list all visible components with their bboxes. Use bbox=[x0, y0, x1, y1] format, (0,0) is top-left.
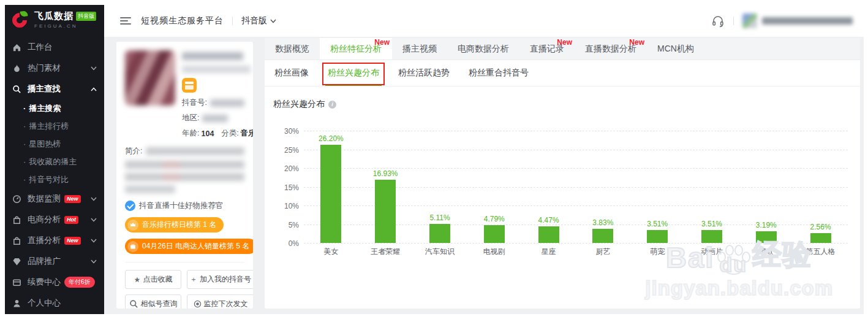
bag-icon bbox=[12, 236, 22, 245]
home-icon bbox=[12, 42, 22, 52]
sidebar-subitem-my-favorite-streamers[interactable]: 我收藏的播主 bbox=[5, 153, 104, 171]
user-icon bbox=[12, 298, 22, 308]
sidebar-item-label: 电商分析 bbox=[28, 214, 61, 225]
chevron-down-icon bbox=[91, 239, 97, 243]
bar-column[interactable]: 3.83% bbox=[576, 131, 630, 243]
new-flag: New bbox=[374, 39, 390, 46]
monitor-icon bbox=[12, 194, 22, 204]
info-icon[interactable] bbox=[328, 101, 336, 109]
tab-live-records[interactable]: 直播记录New bbox=[519, 38, 575, 60]
sidebar-item-data-monitor[interactable]: 数据监测New bbox=[5, 188, 104, 209]
subtab-label: 粉丝活跃趋势 bbox=[398, 67, 450, 79]
sidebar-item-label: 播主查找 bbox=[28, 83, 61, 94]
tab-ecommerce-data-analysis[interactable]: 电商数据分析 bbox=[447, 38, 519, 60]
tab-live-data-analysis[interactable]: 直播数据分析New bbox=[575, 38, 647, 60]
sidebar-subitem-douyin-compare[interactable]: 抖音号对比 bbox=[5, 171, 104, 188]
streamer-avatar-blurred bbox=[125, 50, 175, 106]
favorite-button[interactable]: 点击收藏 bbox=[125, 270, 181, 289]
bar-column[interactable]: 3.51% bbox=[630, 131, 685, 243]
tab-streamer-videos[interactable]: 播主视频 bbox=[392, 38, 447, 60]
analysis-panel: 数据概览粉丝特征分析New播主视频电商数据分析直播记录New直播数据分析NewM… bbox=[265, 38, 860, 309]
active-underline bbox=[325, 84, 382, 86]
tab-mcn-agency[interactable]: MCN机构 bbox=[647, 38, 704, 60]
music-rank-badge[interactable]: 音乐排行榜日榜第 1 名 bbox=[125, 217, 224, 233]
search-icon bbox=[129, 299, 138, 309]
bars-layer: 26.20%16.93%5.11%4.79%4.47%3.83%3.51%3.5… bbox=[304, 131, 848, 243]
sidebar-item-workbench[interactable]: 工作台 bbox=[5, 37, 104, 58]
member-card-icon bbox=[182, 78, 197, 93]
sidebar-subitem-label: 我收藏的播主 bbox=[29, 156, 77, 167]
button-label: 点击收藏 bbox=[143, 274, 172, 285]
subtab-fan-overlap-douyin[interactable]: 粉丝重合抖音号 bbox=[467, 60, 530, 86]
bar-column[interactable]: 3.19% bbox=[739, 131, 793, 243]
sidebar-item-label: 工作台 bbox=[28, 42, 53, 53]
verified-check-icon bbox=[125, 201, 135, 211]
button-label: 加入我的抖音号 bbox=[200, 274, 251, 285]
x-axis-category-label: 王者荣耀 bbox=[358, 247, 413, 257]
sidebar-item-label: 热门素材 bbox=[28, 63, 61, 74]
category-label: 分类: bbox=[221, 128, 238, 139]
bar-column[interactable]: 4.47% bbox=[521, 131, 576, 243]
bar bbox=[592, 229, 613, 243]
sidebar-item-streamer-find[interactable]: 播主查找 bbox=[5, 79, 104, 99]
user-name-blurred[interactable] bbox=[762, 17, 853, 25]
bio-section: 简介: bbox=[125, 146, 244, 193]
sidebar-item-ecommerce-analysis[interactable]: 电商分析Hot bbox=[5, 209, 104, 230]
sidebar-item-hot-material[interactable]: 热门素材 bbox=[5, 58, 104, 79]
bar-value-label: 4.47% bbox=[538, 216, 559, 225]
sidebar-subitem-streamer-ranking[interactable]: 播主排行榜 bbox=[5, 117, 104, 135]
collapse-menu-icon[interactable] bbox=[120, 15, 131, 26]
bar-column[interactable]: 26.20% bbox=[304, 131, 358, 243]
tab-fan-feature-analysis[interactable]: 粉丝特征分析New bbox=[320, 38, 392, 60]
region-blurred bbox=[202, 115, 228, 122]
sidebar-subitem-streamer-search[interactable]: 播主搜索 bbox=[5, 99, 104, 117]
add-my-douyin-button[interactable]: 加入我的抖音号 bbox=[187, 270, 253, 289]
bio-blurred bbox=[146, 147, 244, 155]
douyin-id-blurred bbox=[210, 99, 244, 107]
profile-actions: 点击收藏加入我的抖音号相似号查询监控下次发文 bbox=[125, 270, 244, 309]
sidebar-subitem-label: 抖音号对比 bbox=[29, 174, 69, 185]
chevron-down-icon bbox=[91, 259, 97, 264]
sidebar-item-label: 个人中心 bbox=[28, 298, 61, 309]
sidebar-item-personal-center[interactable]: 个人中心 bbox=[5, 293, 104, 313]
sidebar-subitem-label: 星图热榜 bbox=[29, 139, 61, 150]
bar-column[interactable]: 4.79% bbox=[467, 131, 521, 243]
sidebar-item-live-analysis[interactable]: 直播分析New bbox=[5, 230, 104, 251]
x-axis-category-label: 汽车知识 bbox=[413, 247, 467, 257]
sidebar-item-label: 品牌推广 bbox=[28, 256, 61, 267]
tab-label: 电商数据分析 bbox=[458, 44, 509, 55]
similar-account-button[interactable]: 相似号查询 bbox=[125, 294, 181, 309]
bar-chart-categories: 美女王者荣耀汽车知识电视剧星座厨艺萌宠动画片唱歌第五人格 bbox=[304, 247, 848, 257]
edition-dropdown[interactable]: 抖音版 bbox=[241, 15, 276, 26]
brand-edition-badge: 抖音版 bbox=[76, 12, 96, 21]
subtab-fan-active-trend[interactable]: 粉丝活跃趋势 bbox=[397, 60, 451, 86]
bar-column[interactable]: 3.51% bbox=[685, 131, 739, 243]
x-axis-category-label: 电视剧 bbox=[467, 247, 521, 257]
new-badge: New bbox=[64, 237, 81, 245]
bar-column[interactable]: 5.11% bbox=[413, 131, 467, 243]
new-flag: New bbox=[557, 39, 572, 46]
subtab-fan-portrait[interactable]: 粉丝画像 bbox=[273, 60, 310, 86]
headset-icon[interactable] bbox=[711, 14, 725, 28]
gem-icon bbox=[12, 256, 22, 266]
bar bbox=[320, 145, 341, 243]
bar-value-label: 3.19% bbox=[756, 221, 777, 229]
category-value: 音乐 bbox=[241, 128, 253, 139]
monitor-next-post-button[interactable]: 监控下次发文 bbox=[187, 294, 253, 309]
sidebar-item-renewal-center[interactable]: 续费中心年付6折 bbox=[5, 272, 104, 293]
bar-value-label: 3.51% bbox=[647, 220, 668, 228]
bar-column[interactable]: 2.56% bbox=[793, 131, 848, 243]
brand-logo[interactable]: 飞瓜数据 抖音版 FEIGUA.CN bbox=[5, 5, 104, 34]
bar-value-label: 26.20% bbox=[319, 134, 344, 143]
sales-rank-badge[interactable]: 04月26日 电商达人销量榜第 5 名 bbox=[125, 239, 253, 254]
tab-data-overview[interactable]: 数据概览 bbox=[265, 38, 320, 60]
y-axis-tick: 15% bbox=[274, 183, 299, 192]
sidebar-item-brand-promotion[interactable]: 品牌推广 bbox=[5, 251, 104, 272]
bar-column[interactable]: 16.93% bbox=[358, 131, 413, 243]
divider bbox=[232, 17, 233, 25]
sidebar-subitem-star-map-hot[interactable]: 星图热榜 bbox=[5, 135, 104, 153]
subtab-fan-interest-distribution[interactable]: 粉丝兴趣分布 bbox=[326, 60, 380, 86]
app-window: 飞瓜数据 抖音版 FEIGUA.CN 工作台热门素材播主查找播主搜索播主排行榜星… bbox=[5, 5, 864, 314]
user-avatar[interactable] bbox=[742, 13, 757, 28]
chevron-up-icon bbox=[91, 87, 97, 91]
